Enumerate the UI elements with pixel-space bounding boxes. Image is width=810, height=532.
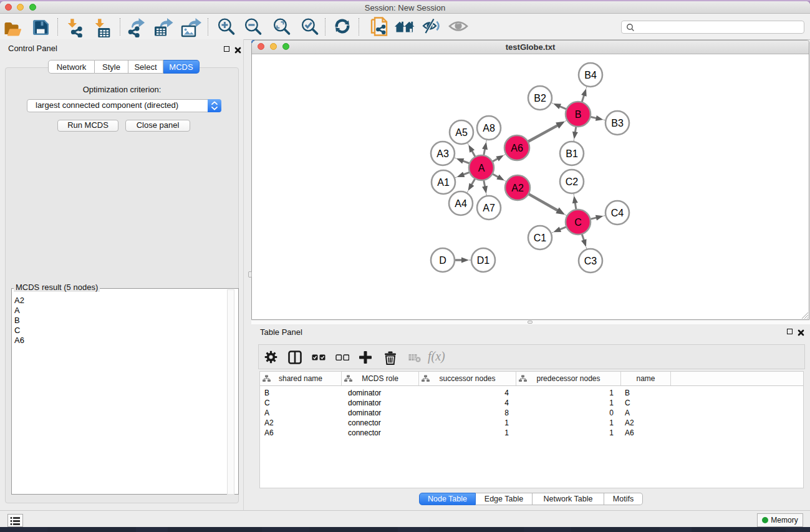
svg-text:D1: D1 [477, 255, 490, 266]
svg-text:A2: A2 [511, 183, 524, 193]
svg-text:A6: A6 [511, 143, 523, 153]
svg-text:B2: B2 [534, 93, 546, 104]
svg-text:C4: C4 [611, 208, 624, 218]
svg-text:B4: B4 [584, 70, 597, 80]
svg-text:A5: A5 [455, 127, 468, 138]
svg-text:B3: B3 [611, 118, 624, 128]
svg-text:C1: C1 [534, 233, 547, 243]
svg-text:A1: A1 [437, 177, 450, 188]
svg-text:A8: A8 [483, 123, 495, 133]
svg-text:D: D [439, 255, 446, 266]
svg-text:C: C [574, 217, 582, 228]
svg-text:A4: A4 [455, 198, 467, 209]
svg-text:A7: A7 [483, 203, 495, 213]
svg-text:B1: B1 [566, 148, 578, 159]
svg-text:C3: C3 [584, 256, 597, 266]
svg-text:A3: A3 [436, 148, 449, 159]
svg-text:A: A [478, 163, 485, 173]
svg-text:C2: C2 [566, 177, 579, 187]
svg-text:B: B [575, 109, 582, 120]
